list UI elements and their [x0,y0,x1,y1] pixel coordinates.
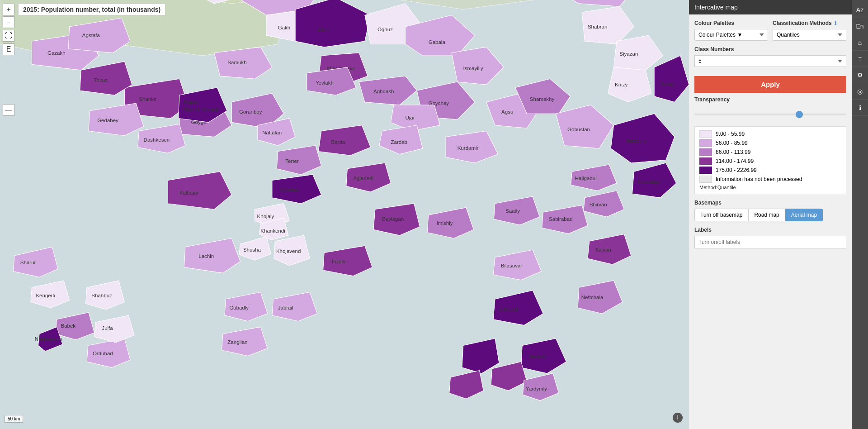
basemap-aerial-button[interactable]: Aerial map [785,209,823,221]
panel-content: Colour Palettes Colour Palettes ▼ Classi… [689,14,852,429]
legend-item-nodata: Information has not been processed [699,176,841,183]
zoom-in-button[interactable]: + [3,4,14,15]
class-numbers-section: Class Numbers 5 3 4 6 7 [694,46,846,67]
zoom-out-button[interactable]: − [3,16,14,28]
legend-item-4: 114.00 - 174.99 [699,157,841,165]
panel-header: Intercative map [689,0,852,14]
labels-section: Labels [694,227,846,248]
legend-label-2: 56.00 - 85.99 [716,140,748,146]
apply-button[interactable]: Apply [694,76,846,93]
classification-info-icon[interactable]: ℹ [835,20,836,26]
class-numbers-select[interactable]: 5 3 4 6 7 [694,55,846,67]
legend-label-nodata: Information has not been processed [716,176,802,182]
basemap-off-button[interactable]: Turn off basemap [694,209,748,221]
map-svg: Zagatala Gakh Sheki Oghuz Gabala Ismayil… [0,0,689,429]
transparency-label: Transparency [694,96,846,103]
transparency-slider[interactable] [694,114,846,115]
classification-methods-select[interactable]: Quantiles Equal Interval Natural Breaks [773,29,846,41]
map-container: 2015: Population number, total (in thous… [0,0,689,429]
basemaps-label: Basemaps [694,200,846,206]
transparency-section: Transparency [694,96,846,121]
panel-title: Intercative map [694,4,738,11]
lang-az-button[interactable]: Az [852,2,868,18]
classification-methods-label: Classification Methods ℹ [773,20,846,26]
right-panel: Intercative map Colour Palettes Colour P… [689,0,852,429]
legend-color-1 [699,130,712,138]
legend-color-3 [699,148,712,156]
legend-item-2: 56.00 - 85.99 [699,139,841,147]
legend-label-4: 114.00 - 174.99 [716,158,754,164]
legend-color-nodata [699,176,712,183]
expand-button[interactable]: ⛶ [3,30,14,42]
home-icon-button[interactable]: ⌂ [852,34,868,51]
settings-icon-button[interactable]: ⚙ [852,67,868,83]
legend-color-5 [699,167,712,174]
menu-icon-button[interactable]: ≡ [852,51,868,67]
info-icon-button[interactable]: ℹ [852,100,868,116]
minus-button[interactable]: — [3,104,14,116]
classification-methods-col: Classification Methods ℹ Quantiles Equal… [773,20,846,41]
scale-bar: 50 km [5,415,23,423]
labels-input[interactable] [694,236,846,248]
legend-label-3: 86.00 - 113.99 [716,149,750,155]
legend-label-5: 175.00 - 2226.99 [716,167,757,173]
basemap-buttons-group: Turn off basemap Road map Aerial map [694,209,846,221]
info-button[interactable]: i [673,413,683,423]
sidebar-icons: Az En ⌂ ≡ ⚙ ◎ ℹ [852,0,868,429]
class-numbers-label: Class Numbers [694,46,846,52]
legend-color-2 [699,139,712,147]
labels-label: Labels [694,227,846,233]
legend-method: Method:Quantile [699,185,841,190]
globe-icon-button[interactable]: ◎ [852,83,868,100]
colour-palettes-dropdown[interactable]: Colour Palettes ▼ [694,29,768,41]
colour-palettes-label: Colour Palettes [694,20,768,26]
legend-item-1: 9.00 - 55.99 [699,130,841,138]
palette-classification-section: Colour Palettes Colour Palettes ▼ Classi… [694,20,846,41]
colour-palettes-col: Colour Palettes Colour Palettes ▼ [694,20,768,41]
legend-section: 9.00 - 55.99 56.00 - 85.99 86.00 - 113.9… [694,126,846,194]
location-button[interactable]: E [3,43,14,55]
map-title: 2015: Population number, total (in thous… [18,4,165,15]
basemap-road-button[interactable]: Road map [748,209,785,221]
legend-label-1: 9.00 - 55.99 [716,131,745,137]
basemaps-section: Basemaps Turn off basemap Road map Aeria… [694,200,846,221]
legend-item-3: 86.00 - 113.99 [699,148,841,156]
lang-en-button[interactable]: En [852,18,868,34]
legend-color-4 [699,157,712,165]
legend-item-5: 175.00 - 2226.99 [699,167,841,174]
